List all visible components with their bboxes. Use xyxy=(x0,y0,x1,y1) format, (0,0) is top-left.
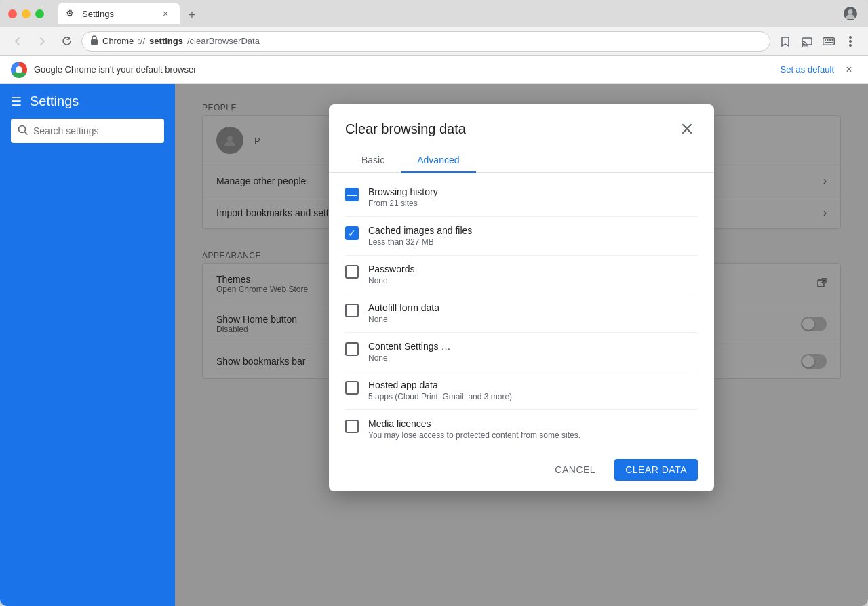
cached-images-checkbox[interactable]: ✓ xyxy=(345,226,359,240)
dialog-body: — Browsing history From 21 sites ✓ xyxy=(329,173,714,448)
cancel-button[interactable]: CANCEL xyxy=(544,459,606,481)
tab-advanced[interactable]: Advanced xyxy=(401,148,475,172)
media-licences-sublabel: You may lose access to protected content… xyxy=(368,430,698,440)
passwords-content: Passwords None xyxy=(368,264,698,285)
list-item: — Browsing history From 21 sites xyxy=(345,178,698,216)
forward-button[interactable] xyxy=(33,32,52,51)
profile-avatar[interactable] xyxy=(841,4,860,23)
list-item: Hosted app data 5 apps (Cloud Print, Gma… xyxy=(345,371,698,409)
svg-point-12 xyxy=(849,40,852,43)
browsing-history-checkbox[interactable]: — xyxy=(345,188,359,201)
list-item: Media licences You may lose access to pr… xyxy=(345,409,698,448)
url-separator: :// xyxy=(138,36,145,46)
url-path-bold: settings xyxy=(149,36,183,46)
svg-rect-2 xyxy=(91,39,98,45)
dialog-title: Clear browsing data xyxy=(345,121,466,137)
browsing-history-sublabel: From 21 sites xyxy=(368,199,698,208)
dialog-close-button[interactable] xyxy=(676,118,698,140)
url-site-label: Chrome xyxy=(102,36,134,46)
bookmark-icon[interactable] xyxy=(776,32,795,51)
search-input[interactable] xyxy=(33,125,157,136)
notification-close-button[interactable]: × xyxy=(841,62,857,78)
svg-rect-10 xyxy=(825,42,833,43)
content-settings-label: Content Settings … xyxy=(368,341,698,352)
svg-rect-7 xyxy=(827,39,829,41)
sidebar-search-bar[interactable] xyxy=(11,119,164,143)
notification-bar: Google Chrome isn't your default browser… xyxy=(0,56,868,84)
autofill-label: Autofill form data xyxy=(368,302,698,313)
clear-data-button[interactable]: CLEAR DATA xyxy=(614,459,698,481)
minimize-window-button[interactable] xyxy=(22,9,31,18)
autofill-checkbox[interactable] xyxy=(345,304,359,317)
address-bar: Chrome :// settings /clearBrowserData xyxy=(0,27,868,56)
svg-rect-8 xyxy=(829,39,831,41)
content-settings-content: Content Settings … None xyxy=(368,341,698,363)
content-settings-checkbox[interactable] xyxy=(345,342,359,356)
sidebar: ☰ Settings xyxy=(0,84,175,606)
cast-icon[interactable] xyxy=(797,32,816,51)
tab-close-button[interactable]: × xyxy=(159,7,172,20)
dialog-header: Clear browsing data xyxy=(329,104,714,148)
dialog-footer: CANCEL CLEAR DATA xyxy=(329,448,714,491)
sidebar-title: Settings xyxy=(30,94,79,109)
new-tab-button[interactable]: + xyxy=(182,5,201,24)
tab-title: Settings xyxy=(82,9,154,19)
passwords-checkbox[interactable] xyxy=(345,265,359,279)
media-licences-label: Media licences xyxy=(368,418,698,429)
passwords-sublabel: None xyxy=(368,276,698,285)
svg-point-11 xyxy=(849,36,852,39)
title-bar: ⚙ Settings × + xyxy=(0,0,868,27)
hosted-app-sublabel: 5 apps (Cloud Print, Gmail, and 3 more) xyxy=(368,392,698,401)
cached-images-content: Cached images and files Less than 327 MB xyxy=(368,225,698,247)
traffic-lights xyxy=(8,9,44,18)
svg-rect-9 xyxy=(832,39,833,41)
list-item: Passwords None xyxy=(345,255,698,294)
dialog-overlay: Clear browsing data Basic Advanced xyxy=(175,84,868,606)
set-default-button[interactable]: Set as default xyxy=(781,64,835,75)
svg-rect-5 xyxy=(823,37,835,45)
autofill-sublabel: None xyxy=(368,315,698,324)
back-button[interactable] xyxy=(8,32,27,51)
notification-text: Google Chrome isn't your default browser xyxy=(34,64,774,75)
cached-images-sublabel: Less than 327 MB xyxy=(368,237,698,247)
tabs-area: ⚙ Settings × + xyxy=(58,3,835,24)
browser-window: ⚙ Settings × + xyxy=(0,0,868,606)
tab-favicon: ⚙ xyxy=(66,8,77,19)
content-settings-sublabel: None xyxy=(368,353,698,363)
media-licences-content: Media licences You may lose access to pr… xyxy=(368,418,698,440)
toolbar-icons xyxy=(776,32,860,51)
chrome-logo-icon xyxy=(11,62,27,78)
hosted-app-content: Hosted app data 5 apps (Cloud Print, Gma… xyxy=(368,380,698,401)
settings-content: People P Manage other people › xyxy=(175,84,868,606)
list-item: Content Settings … None xyxy=(345,332,698,371)
refresh-button[interactable] xyxy=(57,32,76,51)
sidebar-header: ☰ Settings xyxy=(0,84,175,119)
lock-icon xyxy=(90,35,98,47)
close-window-button[interactable] xyxy=(8,9,17,18)
browsing-history-content: Browsing history From 21 sites xyxy=(368,186,698,208)
main-content: ☰ Settings People xyxy=(0,84,868,606)
search-icon xyxy=(18,125,28,138)
svg-rect-6 xyxy=(825,39,826,41)
browser-menu-icon[interactable] xyxy=(841,32,860,51)
url-path-rest: /clearBrowserData xyxy=(187,36,260,46)
sidebar-menu-icon[interactable]: ☰ xyxy=(11,94,22,109)
maximize-window-button[interactable] xyxy=(35,9,44,18)
keyboard-icon[interactable] xyxy=(819,32,838,51)
hosted-app-checkbox[interactable] xyxy=(345,381,359,395)
active-tab[interactable]: ⚙ Settings × xyxy=(58,3,180,24)
list-item: ✓ Cached images and files Less than 327 … xyxy=(345,216,698,255)
dialog-tabs: Basic Advanced xyxy=(329,148,714,173)
clear-browsing-data-dialog: Clear browsing data Basic Advanced xyxy=(329,104,714,491)
svg-point-1 xyxy=(848,9,853,14)
media-licences-checkbox[interactable] xyxy=(345,420,359,433)
browsing-history-label: Browsing history xyxy=(368,186,698,197)
svg-point-13 xyxy=(849,44,852,47)
list-item: Autofill form data None xyxy=(345,294,698,332)
url-bar[interactable]: Chrome :// settings /clearBrowserData xyxy=(81,31,770,52)
passwords-label: Passwords xyxy=(368,264,698,275)
tab-basic[interactable]: Basic xyxy=(345,148,401,172)
autofill-content: Autofill form data None xyxy=(368,302,698,324)
hosted-app-label: Hosted app data xyxy=(368,380,698,390)
cached-images-label: Cached images and files xyxy=(368,225,698,236)
